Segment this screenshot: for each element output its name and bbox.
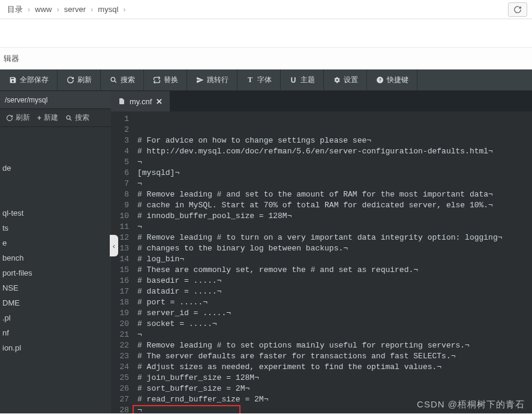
editor-toolbar: 全部保存 刷新 搜索 替换 跳转行 T 字体 U 主题 设置 <box>0 69 532 91</box>
chevron-right-icon: › <box>121 5 128 14</box>
tree-item[interactable]: .pl <box>0 310 111 325</box>
code-editor[interactable]: 1234567891011121314151617181920212223242… <box>111 111 532 413</box>
toolbar-label: 刷新 <box>77 75 92 85</box>
svg-point-4 <box>67 116 70 119</box>
theme-icon: U <box>289 76 297 84</box>
svg-point-0 <box>111 77 115 81</box>
sidebar-new-button[interactable]: + 新建 <box>37 113 58 123</box>
tree-item[interactable]: NSE <box>0 280 111 295</box>
svg-line-5 <box>70 119 71 120</box>
sidebar-path[interactable]: /server/mysql <box>0 91 111 109</box>
editor-panel: my.cnf ✕ 1234567891011121314151617181920… <box>111 91 532 413</box>
refresh-button[interactable] <box>508 2 527 17</box>
tree-item[interactable]: port-files <box>0 265 111 280</box>
refresh-icon <box>66 76 74 84</box>
toolbar-label: 跳转行 <box>207 75 229 85</box>
font-icon: T <box>246 76 254 84</box>
toolbar-label: 设置 <box>344 75 358 85</box>
svg-line-1 <box>114 81 116 83</box>
spacer <box>0 19 532 48</box>
sidebar-tool-label: 刷新 <box>16 113 30 123</box>
theme-button[interactable]: U 主题 <box>281 69 324 90</box>
chevron-right-icon: › <box>88 5 95 14</box>
tree-item[interactable]: DME <box>0 295 111 310</box>
search-button[interactable]: 搜索 <box>101 69 144 90</box>
sidebar-refresh-button[interactable]: 刷新 <box>6 113 30 123</box>
tree-item[interactable] <box>0 131 111 137</box>
breadcrumb-item[interactable]: server <box>62 5 88 14</box>
tree-item[interactable]: ql-test <box>0 206 111 220</box>
refresh-button[interactable]: 刷新 <box>58 69 101 90</box>
settings-button[interactable]: 设置 <box>324 69 367 90</box>
file-icon <box>118 98 125 105</box>
breadcrumb-item[interactable]: www <box>32 5 54 14</box>
chevron-left-icon: ‹ <box>113 241 115 250</box>
sidebar-search-button[interactable]: 搜索 <box>65 113 89 123</box>
sidebar-tool-label: 搜索 <box>75 113 89 123</box>
editor-label: 辑器 <box>0 48 532 69</box>
tree-item[interactable]: bench <box>0 250 111 265</box>
replace-icon <box>152 76 161 84</box>
breadcrumb: 目录 › www › server › mysql › <box>0 0 532 19</box>
toolbar-label: 字体 <box>257 75 272 85</box>
save-icon <box>8 76 17 84</box>
tree-item[interactable]: nf <box>0 325 111 340</box>
line-gutter: 1234567891011121314151617181920212223242… <box>111 111 134 413</box>
file-sidebar: /server/mysql 刷新 + 新建 搜索 deql-testtseben… <box>0 91 111 413</box>
toolbar-label: 全部保存 <box>20 75 49 85</box>
goto-line-button[interactable]: 跳转行 <box>187 69 238 90</box>
tree-item[interactable]: ts <box>0 220 111 235</box>
tree-item[interactable]: de <box>0 161 111 176</box>
toolbar-label: 快捷键 <box>387 75 408 85</box>
sidebar-tools: 刷新 + 新建 搜索 <box>0 109 111 127</box>
tab-bar: my.cnf ✕ <box>111 91 532 111</box>
toolbar-label: 替换 <box>164 75 178 85</box>
plus-icon: + <box>37 114 41 122</box>
tab-label: my.cnf <box>130 97 152 106</box>
close-icon[interactable]: ✕ <box>156 97 163 106</box>
chevron-right-icon: › <box>25 5 32 14</box>
sidebar-tool-label: 新建 <box>44 113 58 123</box>
chevron-right-icon: › <box>55 5 62 14</box>
collapse-handle[interactable]: ‹ <box>110 235 118 256</box>
file-tree: deql-testtsebenchport-filesNSEDME.plnfio… <box>0 127 111 413</box>
shortcuts-button[interactable]: ? 快捷键 <box>367 69 417 90</box>
help-icon: ? <box>375 76 384 84</box>
breadcrumb-item[interactable]: 目录 <box>5 4 25 15</box>
code-content[interactable]: # For advice on how to change settings p… <box>134 111 532 413</box>
save-all-button[interactable]: 全部保存 <box>0 69 58 90</box>
tab-mycnf[interactable]: my.cnf ✕ <box>111 91 170 111</box>
goto-icon <box>196 76 204 84</box>
toolbar-label: 主题 <box>300 75 315 85</box>
tree-item[interactable]: e <box>0 235 111 250</box>
svg-text:?: ? <box>378 77 381 83</box>
toolbar-label: 搜索 <box>121 75 135 85</box>
editor-label-text: 辑器 <box>4 53 19 64</box>
gear-icon <box>332 76 341 84</box>
tree-item[interactable] <box>0 176 111 182</box>
font-button[interactable]: T 字体 <box>238 69 281 90</box>
search-icon <box>109 76 118 84</box>
breadcrumb-item[interactable]: mysql <box>95 5 121 14</box>
replace-button[interactable]: 替换 <box>144 69 187 90</box>
tree-item[interactable]: ion.pl <box>0 340 111 355</box>
